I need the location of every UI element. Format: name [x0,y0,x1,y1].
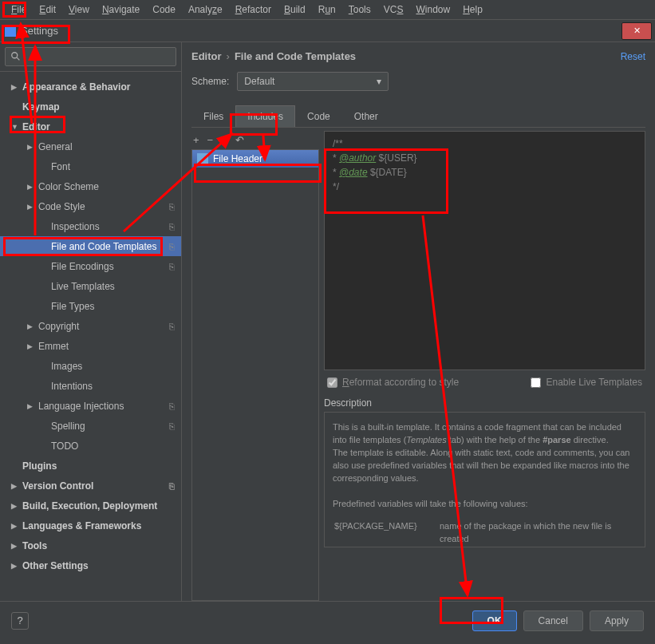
copy-icon: ⎘ [169,401,175,411]
menu-run[interactable]: Run [312,1,342,18]
tree-item[interactable]: ▶Emmet [0,336,181,356]
copy-icon: ⎘ [169,481,175,491]
tree-item[interactable]: Keymap [0,97,181,117]
reset-link[interactable]: Reset [621,51,645,62]
tree-item[interactable]: Inspections⎘ [0,216,181,236]
titlebar: Settings ✕ [0,20,655,42]
tree-item[interactable]: ▶Copyright⎘ [0,316,181,336]
copy-icon: ⎘ [169,322,175,331]
window-title: Settings [21,25,58,37]
scheme-label: Scheme: [191,76,229,87]
svg-line-1 [17,57,20,61]
tree-item[interactable]: ▶Appearance & Behavior [0,77,181,97]
tree-item[interactable]: File Types [0,296,181,316]
tree-item[interactable]: ▶Other Settings [0,555,181,575]
tree-item[interactable]: Intentions [0,376,181,396]
tree-item[interactable]: File Encodings⎘ [0,256,181,276]
tree-item[interactable]: Spelling⎘ [0,416,181,436]
settings-tree[interactable]: ▶Appearance & BehaviorKeymap▼Editor▶Gene… [0,72,181,601]
template-tabs: FilesIncludesCodeOther [191,105,645,128]
tree-item[interactable]: ▶Build, Execution, Deployment [0,496,181,516]
help-button[interactable]: ? [11,612,29,630]
tab-includes[interactable]: Includes [235,105,295,127]
copy-icon: ⎘ [169,202,175,211]
tree-item[interactable]: TODO [0,436,181,456]
close-button[interactable]: ✕ [621,22,652,40]
tree-item[interactable]: Live Templates [0,276,181,296]
description-box: This is a built-in template. It contains… [324,412,645,547]
menu-code[interactable]: Code [146,1,182,18]
revert-button[interactable]: ↶ [235,134,244,146]
tree-item[interactable]: File and Code Templates⎘ [0,236,181,256]
tree-item[interactable]: ▶Color Scheme [0,176,181,196]
tree-item[interactable]: Images [0,356,181,376]
copy-button[interactable]: ⎘ [221,134,227,146]
tree-item[interactable]: ▶Tools [0,535,181,555]
menu-vcs[interactable]: VCS [377,1,410,18]
search-input[interactable] [5,47,176,66]
svg-point-0 [12,53,18,58]
tree-item[interactable]: ▼Editor [0,117,181,136]
menu-navigate[interactable]: Navigate [96,1,146,18]
menu-build[interactable]: Build [278,1,312,18]
settings-sidebar: ▶Appearance & BehaviorKeymap▼Editor▶Gene… [0,42,182,601]
list-item[interactable]: File Header [192,150,318,168]
copy-icon: ⎘ [169,262,175,271]
template-editor[interactable]: /** * @author ${USER} * @date ${DATE} */ [324,131,645,370]
tree-item[interactable]: ▶Code Style⎘ [0,196,181,216]
menu-window[interactable]: Window [409,1,456,18]
scheme-select[interactable]: Default▾ [237,72,389,91]
menu-edit[interactable]: Edit [33,1,62,18]
settings-content: Editor›File and Code Templates Reset Sch… [182,42,655,601]
menu-tools[interactable]: Tools [342,1,377,18]
tab-files[interactable]: Files [191,105,235,127]
file-icon [197,153,208,164]
tree-item[interactable]: ▶Languages & Frameworks [0,516,181,535]
chevron-down-icon: ▾ [377,76,381,87]
list-toolbar: + − ⎘ ↶ [191,131,319,149]
template-list[interactable]: File Header [191,149,319,601]
menubar: File Edit View Navigate Code Analyze Ref… [0,0,655,20]
app-icon [5,26,16,37]
ok-button[interactable]: OK [472,610,517,631]
menu-help[interactable]: Help [456,1,489,18]
breadcrumb: Editor›File and Code Templates [191,50,356,62]
dialog-footer: ? OK Cancel Apply [0,601,655,639]
tree-item[interactable]: ▶General [0,136,181,156]
menu-analyze[interactable]: Analyze [182,1,229,18]
reformat-checkbox[interactable]: Reformat according to style [327,377,459,388]
copy-icon: ⎘ [169,421,175,431]
apply-button[interactable]: Apply [590,610,644,631]
tab-other[interactable]: Other [342,105,390,127]
cancel-button[interactable]: Cancel [523,610,583,631]
tree-item[interactable]: Plugins [0,456,181,476]
tree-item[interactable]: ▶Version Control⎘ [0,476,181,496]
live-templates-checkbox[interactable]: Enable Live Templates [531,377,642,388]
description-label: Description [324,397,645,409]
search-icon [10,51,22,62]
remove-button[interactable]: − [207,134,214,146]
copy-icon: ⎘ [169,222,175,231]
menu-file[interactable]: File [5,1,33,18]
add-button[interactable]: + [193,134,199,146]
menu-view[interactable]: View [62,1,96,18]
tree-item[interactable]: Font [0,156,181,176]
menu-refactor[interactable]: Refactor [229,1,278,18]
tree-item[interactable]: ▶Language Injections⎘ [0,396,181,416]
tab-code[interactable]: Code [295,105,342,127]
copy-icon: ⎘ [169,242,175,251]
